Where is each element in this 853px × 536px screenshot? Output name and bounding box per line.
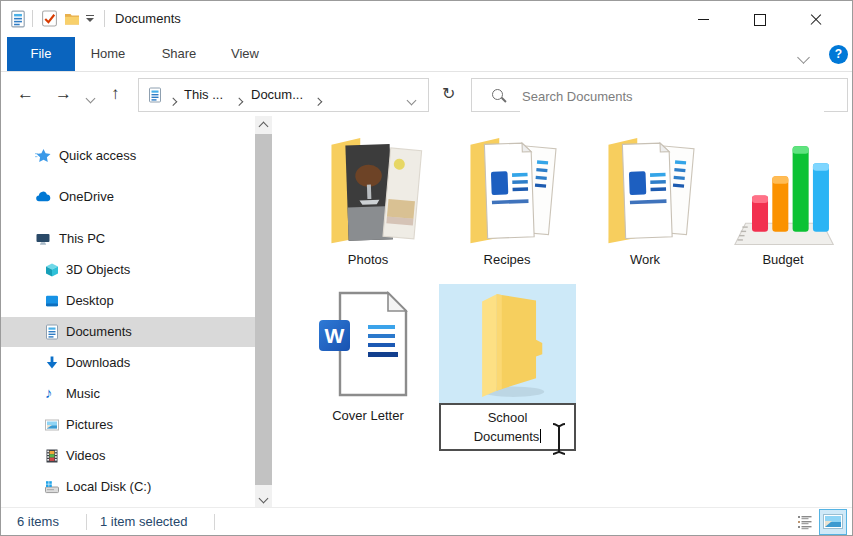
expand-ribbon-icon[interactable] — [799, 50, 808, 65]
photos-folder-icon — [306, 127, 430, 251]
sidebar-item-label: Quick access — [59, 141, 136, 171]
minimize-button[interactable] — [681, 1, 727, 37]
sidebar-item-label: This PC — [59, 224, 105, 254]
documents-folder-icon — [583, 127, 707, 251]
properties-icon[interactable] — [41, 10, 58, 30]
window-title: Documents — [115, 11, 181, 26]
qat-dropdown-icon[interactable] — [86, 15, 94, 22]
scrollbar-thumb[interactable] — [255, 134, 272, 485]
sidebar-item-desktop[interactable]: Desktop — [1, 286, 255, 316]
file-recipes[interactable]: Recipes — [445, 127, 569, 268]
sidebar-item-label: OneDrive — [59, 182, 114, 212]
breadcrumb-chevron-icon[interactable] — [170, 92, 176, 107]
sidebar-item-pictures[interactable]: Pictures — [1, 410, 255, 440]
sidebar-item-label: Downloads — [66, 348, 130, 378]
file-cover-letter[interactable]: W Cover Letter — [306, 283, 430, 424]
sidebar-item-label: Pictures — [66, 410, 113, 440]
sidebar-item-label: 3D Objects — [66, 255, 130, 285]
sidebar-item-videos[interactable]: Videos — [1, 441, 255, 471]
file-label: Work — [583, 251, 707, 268]
file-explorer-icon — [9, 10, 27, 31]
onedrive-cloud-icon — [35, 189, 51, 205]
file-school-documents[interactable] — [439, 284, 576, 403]
file-label: Budget — [721, 251, 845, 268]
computer-monitor-icon — [35, 231, 51, 247]
rename-line-1: School — [488, 410, 528, 425]
breadcrumb-this-pc[interactable]: This ... — [184, 87, 223, 102]
sidebar-item-label: Documents — [66, 317, 132, 347]
documents-icon — [44, 324, 60, 340]
search-icon — [492, 89, 503, 100]
sidebar-item-onedrive[interactable]: OneDrive — [1, 182, 255, 212]
tab-home[interactable]: Home — [83, 37, 133, 71]
tab-view[interactable]: View — [221, 37, 269, 71]
sidebar-item-local-disk-c[interactable]: Local Disk (C:) — [1, 472, 255, 502]
empty-folder-icon — [457, 288, 557, 400]
sidebar-item-documents[interactable]: Documents — [1, 317, 255, 347]
word-logo: W — [319, 320, 350, 351]
large-icons-view-icon[interactable] — [819, 509, 847, 535]
tab-file[interactable]: File — [7, 37, 75, 71]
file-label: Recipes — [445, 251, 569, 268]
selection-count: 1 item selected — [100, 508, 187, 536]
text-ibeam-cursor — [550, 422, 568, 456]
scroll-down-icon[interactable] — [255, 490, 272, 507]
sidebar-item-label: Videos — [66, 441, 106, 471]
text-caret — [540, 429, 541, 443]
sidebar-item-quick-access[interactable]: Quick access — [1, 141, 255, 171]
quick-access-star-icon — [35, 148, 51, 164]
breadcrumb-chevron-icon[interactable] — [236, 92, 242, 107]
search-input[interactable] — [520, 80, 824, 112]
new-folder-icon[interactable] — [64, 11, 80, 29]
file-label: Photos — [306, 251, 430, 268]
sidebar-item-label: Music — [66, 379, 100, 409]
hard-drive-icon — [44, 479, 60, 495]
recent-locations-icon[interactable] — [87, 90, 94, 105]
forward-icon[interactable]: → — [55, 85, 72, 102]
item-count: 6 items — [17, 508, 59, 536]
sidebar-scrollbar[interactable] — [255, 116, 272, 507]
picture-icon — [44, 417, 60, 433]
breadcrumb-chevron-icon[interactable] — [315, 92, 321, 107]
word-document-icon: W — [306, 283, 430, 407]
close-button[interactable] — [793, 1, 839, 37]
title-bar: Documents — [1, 1, 852, 37]
3d-cube-icon — [44, 262, 60, 278]
refresh-icon[interactable]: ↻ — [442, 84, 455, 103]
download-arrow-icon — [44, 355, 60, 371]
sidebar-item-label: Desktop — [66, 286, 114, 316]
details-view-icon[interactable] — [797, 514, 813, 533]
breadcrumb-documents[interactable]: Docum... — [251, 87, 303, 102]
file-explorer-window: Documents File Home Share View ? ← → ↑ T… — [0, 0, 853, 536]
back-icon[interactable]: ← — [17, 85, 34, 102]
folder-location-icon — [147, 87, 163, 106]
status-bar: 6 items 1 item selected — [1, 507, 852, 536]
film-strip-icon — [44, 448, 60, 464]
file-photos[interactable]: Photos — [306, 127, 430, 268]
tab-share[interactable]: Share — [153, 37, 205, 71]
desktop-icon — [44, 293, 60, 309]
file-work[interactable]: Work — [583, 127, 707, 268]
rename-line-2: Documents — [474, 429, 540, 444]
file-label: Cover Letter — [306, 407, 430, 424]
ribbon-tab-bar: File Home Share View ? — [1, 37, 852, 72]
documents-folder-icon — [445, 127, 569, 251]
address-bar[interactable]: This ... Docum... — [138, 78, 429, 112]
sidebar-item-this-pc[interactable]: This PC — [1, 224, 255, 254]
file-budget[interactable]: Budget — [721, 127, 845, 268]
sidebar-item-label: Local Disk (C:) — [66, 472, 151, 502]
sidebar-item-downloads[interactable]: Downloads — [1, 348, 255, 378]
bar-chart-icon — [721, 127, 845, 251]
music-note-icon: ♪ — [45, 385, 61, 401]
help-button[interactable]: ? — [829, 45, 848, 64]
sidebar-item-music[interactable]: ♪ Music — [1, 379, 255, 409]
address-toolbar: ← → ↑ This ... Docum... ↻ — [1, 72, 852, 116]
sidebar-item-3d-objects[interactable]: 3D Objects — [1, 255, 255, 285]
maximize-button[interactable] — [737, 1, 783, 37]
address-dropdown-icon[interactable] — [408, 92, 415, 107]
search-box[interactable] — [471, 78, 848, 112]
up-icon[interactable]: ↑ — [111, 85, 120, 102]
scroll-up-icon[interactable] — [255, 116, 272, 133]
